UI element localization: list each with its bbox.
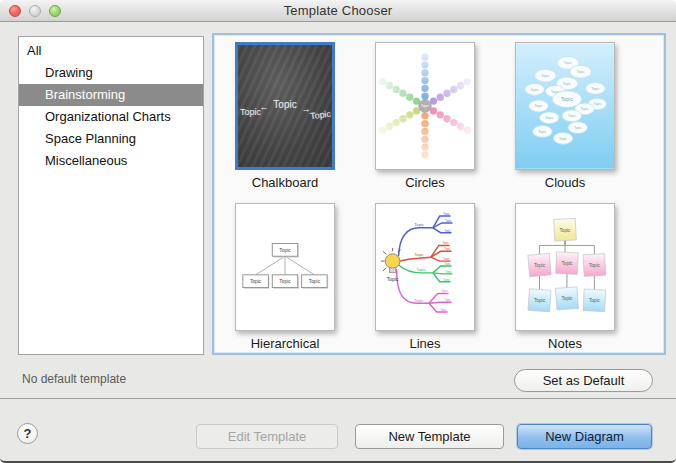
topic-label: Topic <box>440 308 447 312</box>
template-name: Clouds <box>495 175 635 190</box>
topic-label: Topic <box>444 298 451 302</box>
topic-label: Topic <box>580 107 588 111</box>
chalkboard-thumbnail[interactable]: Topic ← → Topic Topic <box>235 42 335 170</box>
hierarchical-thumbnail[interactable]: Topic Topic Topic Topic <box>235 203 335 331</box>
topic-label: Topic <box>593 102 601 106</box>
template-notes[interactable]: Topic Topic Topic Topic Topic Topic Topi… <box>495 203 635 351</box>
topic-label: Topic <box>561 261 573 266</box>
sidebar-item-organizational-charts[interactable]: Organizational Charts <box>19 106 203 128</box>
topic-label: Topic <box>273 99 296 110</box>
topic-label: Topic <box>561 296 573 301</box>
topic-label: Topic <box>445 270 452 274</box>
set-as-default-button[interactable]: Set as Default <box>514 369 653 392</box>
topic-label: Topic <box>577 70 585 74</box>
help-button[interactable]: ? <box>17 423 38 444</box>
template-name: Lines <box>355 336 495 351</box>
template-clouds[interactable]: Topic Topic Topic Topic Topic Topic Topi… <box>495 42 635 190</box>
clouds-art: Topic Topic Topic Topic Topic Topic Topi… <box>516 43 614 169</box>
topic-label: Topic <box>560 228 572 233</box>
topic-label: Topic <box>279 279 291 284</box>
topic-label: Topic <box>443 212 450 216</box>
topic-label: Topic <box>441 289 448 293</box>
topic-label: Topic <box>444 229 451 233</box>
topic-label: Topic <box>443 278 450 282</box>
notes-art: Topic Topic Topic Topic Topic Topic Topi… <box>516 204 614 330</box>
topic-label: Topic <box>541 74 549 78</box>
circles-thumbnail[interactable]: Topic <box>375 42 475 170</box>
topic-label: Topic <box>589 263 601 268</box>
topic-label: Topic <box>310 108 332 120</box>
template-hierarchical[interactable]: Topic Topic Topic Topic Hierarchical <box>215 203 355 351</box>
topic-label: Topic <box>534 298 546 303</box>
template-name: Notes <box>495 336 635 351</box>
window-title: Template Chooser <box>0 3 676 18</box>
topic-label: Topic <box>443 257 450 261</box>
template-name: Hierarchical <box>215 336 355 351</box>
new-template-button[interactable]: New Template <box>355 424 504 449</box>
topic-label: Topic <box>538 130 546 134</box>
new-diagram-button[interactable]: New Diagram <box>517 424 652 449</box>
template-lines[interactable]: Topic Topic Topic Topic Topic Topic Topi… <box>355 203 495 351</box>
topic-label: Topic <box>551 90 559 94</box>
sidebar-item-brainstorming[interactable]: Brainstorming <box>19 84 203 106</box>
template-chooser-window: Template Chooser All Drawing Brainstormi… <box>0 0 676 463</box>
edit-template-button: Edit Template <box>196 424 338 449</box>
topic-label: Topic <box>545 116 553 120</box>
template-chalkboard[interactable]: Topic ← → Topic Topic Chalkboard <box>215 42 355 190</box>
topic-label: Topic <box>561 96 574 102</box>
topic-label: Topic <box>564 61 572 65</box>
topic-label: Topic <box>445 219 452 223</box>
topic-label: Topic <box>531 88 539 92</box>
topic-label: Topic <box>309 279 321 284</box>
template-name: Circles <box>355 175 495 190</box>
notes-thumbnail[interactable]: Topic Topic Topic Topic Topic Topic Topi… <box>515 203 615 331</box>
topic-label: Topic <box>414 252 424 257</box>
titlebar[interactable]: Template Chooser <box>0 0 676 22</box>
topic-label: Topic <box>444 247 451 251</box>
topic-label: Topic <box>563 82 571 86</box>
chalkboard-art: Topic ← → Topic Topic <box>238 45 332 167</box>
topic-label: Topic <box>414 298 424 303</box>
topic-label: Topic <box>442 241 449 245</box>
topic-label: Topic <box>387 276 399 282</box>
no-default-template-text: No default template <box>22 372 126 386</box>
circles-art: Topic <box>376 43 474 169</box>
topic-label: Topic <box>574 126 582 130</box>
topic-label: Topic <box>534 104 542 108</box>
sidebar-item-space-planning[interactable]: Space Planning <box>19 128 203 150</box>
topic-label: Topic <box>421 104 429 108</box>
topic-label: Topic <box>414 222 424 227</box>
template-name: Chalkboard <box>215 175 355 190</box>
category-list: All Drawing Brainstorming Organizational… <box>18 36 204 355</box>
topic-label: Topic <box>568 114 576 118</box>
topic-label: Topic <box>416 268 426 273</box>
topic-label: Topic <box>534 263 546 268</box>
lines-thumbnail[interactable]: Topic Topic Topic Topic Topic Topic Topi… <box>375 203 475 331</box>
topic-label: Topic <box>559 137 567 141</box>
footer-divider <box>0 398 676 399</box>
sidebar-item-all[interactable]: All <box>19 40 203 62</box>
topic-label: Topic <box>589 298 601 303</box>
clouds-thumbnail[interactable]: Topic Topic Topic Topic Topic Topic Topi… <box>515 42 615 170</box>
topic-label: Topic <box>279 248 291 253</box>
template-grid: Topic ← → Topic Topic Chalkboard <box>212 33 666 355</box>
sidebar-item-miscellaneous[interactable]: Miscellaneous <box>19 150 203 172</box>
hierarchical-art: Topic Topic Topic Topic <box>236 204 334 330</box>
topic-label: Topic <box>240 107 261 117</box>
template-circles[interactable]: Topic Circles <box>355 42 495 190</box>
topic-label: Topic <box>444 262 451 266</box>
sidebar-item-drawing[interactable]: Drawing <box>19 62 203 84</box>
topic-label: Topic <box>591 87 599 91</box>
topic-label: Topic <box>250 279 262 284</box>
lines-art: Topic Topic Topic Topic Topic Topic Topi… <box>376 204 474 330</box>
